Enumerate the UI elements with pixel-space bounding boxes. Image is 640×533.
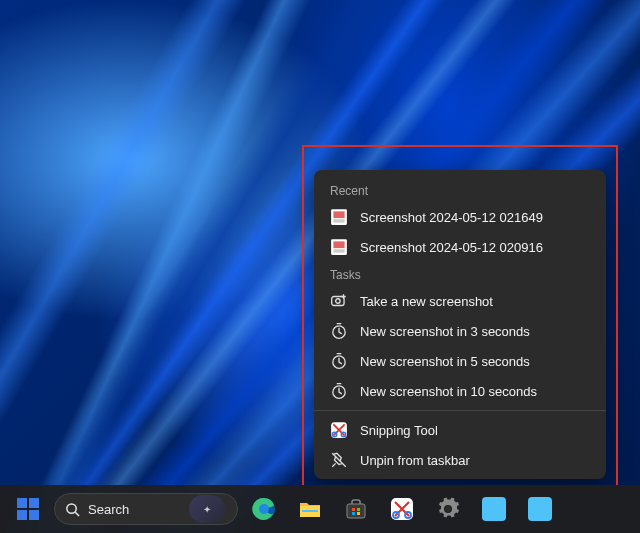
menu-item-label: Screenshot 2024-05-12 020916 [360,240,543,255]
svg-rect-17 [29,510,39,520]
taskbar: Search ✦ [0,485,640,533]
timer-5-icon [330,352,348,370]
snipping-tool-icon [330,421,348,439]
menu-item-label: Take a new screenshot [360,294,493,309]
svg-rect-4 [333,241,344,248]
taskbar-search[interactable]: Search ✦ [54,493,238,525]
search-highlight-widget[interactable]: ✦ [189,495,225,523]
taskbar-app-generic-1[interactable] [474,489,514,529]
svg-rect-14 [17,498,27,508]
search-placeholder: Search [88,502,129,517]
image-file-icon [330,238,348,256]
svg-rect-23 [347,504,365,518]
menu-item-label: New screenshot in 3 seconds [360,324,530,339]
task-screenshot-3s[interactable]: New screenshot in 3 seconds [314,316,606,346]
svg-rect-5 [333,249,344,252]
taskbar-jumplist: Recent Screenshot 2024-05-12 021649 Scre… [314,170,606,479]
svg-rect-6 [332,297,344,306]
image-file-icon [330,208,348,226]
taskbar-app-generic-2[interactable] [520,489,560,529]
svg-point-20 [259,504,269,514]
svg-rect-2 [333,219,344,222]
menu-divider [314,410,606,411]
svg-rect-22 [302,510,318,512]
section-header-recent: Recent [314,178,606,202]
svg-rect-24 [352,508,355,511]
menu-item-label: Unpin from taskbar [360,453,470,468]
app-icon [528,497,552,521]
app-entry-snipping-tool[interactable]: Snipping Tool [314,415,606,445]
section-header-tasks: Tasks [314,262,606,286]
snipping-tool-icon [390,497,414,521]
svg-rect-16 [17,510,27,520]
taskbar-app-settings[interactable] [428,489,468,529]
app-icon [482,497,506,521]
recent-item-1[interactable]: Screenshot 2024-05-12 020916 [314,232,606,262]
svg-rect-27 [357,512,360,515]
task-screenshot-10s[interactable]: New screenshot in 10 seconds [314,376,606,406]
menu-item-label: New screenshot in 10 seconds [360,384,537,399]
menu-item-label: New screenshot in 5 seconds [360,354,530,369]
svg-point-31 [445,506,451,512]
taskbar-app-snipping-tool[interactable] [382,489,422,529]
camera-plus-icon [330,292,348,310]
svg-point-7 [336,299,341,304]
taskbar-app-store[interactable] [336,489,376,529]
unpin-from-taskbar[interactable]: Unpin from taskbar [314,445,606,475]
task-new-screenshot[interactable]: Take a new screenshot [314,286,606,316]
gear-icon [436,497,460,521]
menu-item-label: Screenshot 2024-05-12 021649 [360,210,543,225]
file-explorer-icon [298,497,322,521]
recent-item-0[interactable]: Screenshot 2024-05-12 021649 [314,202,606,232]
unpin-icon [330,451,348,469]
taskbar-app-explorer[interactable] [290,489,330,529]
task-screenshot-5s[interactable]: New screenshot in 5 seconds [314,346,606,376]
start-button[interactable] [8,489,48,529]
svg-point-18 [67,503,76,512]
edge-icon [252,497,276,521]
taskbar-app-edge[interactable] [244,489,284,529]
search-icon [65,502,80,517]
svg-rect-25 [357,508,360,511]
microsoft-store-icon [344,497,368,521]
svg-rect-26 [352,512,355,515]
svg-rect-15 [29,498,39,508]
windows-logo-icon [17,498,39,520]
timer-10-icon [330,382,348,400]
menu-item-label: Snipping Tool [360,423,438,438]
svg-rect-1 [333,211,344,218]
timer-3-icon [330,322,348,340]
